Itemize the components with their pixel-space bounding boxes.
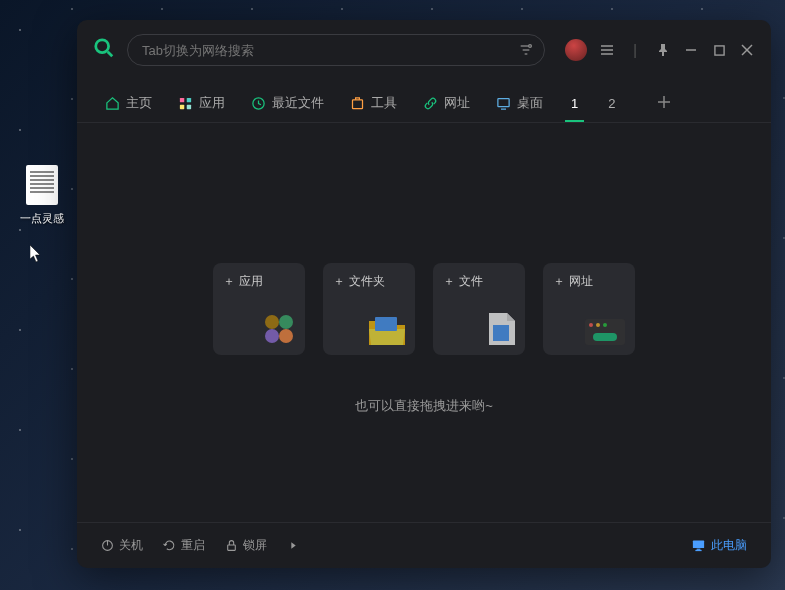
- app-logo-icon: [93, 37, 115, 63]
- svg-rect-38: [697, 549, 701, 550]
- tab-tools[interactable]: 工具: [338, 86, 409, 122]
- svg-point-5: [529, 45, 532, 48]
- svg-rect-19: [498, 98, 509, 106]
- tab-apps[interactable]: 应用: [166, 86, 237, 122]
- card-label: 文件夹: [349, 273, 385, 290]
- svg-point-23: [265, 315, 279, 329]
- minimize-button[interactable]: [683, 42, 699, 58]
- shutdown-button[interactable]: 关机: [93, 533, 151, 558]
- svg-rect-27: [375, 317, 397, 331]
- url-icon: [543, 290, 635, 355]
- drag-hint: 也可以直接拖拽进来哟~: [355, 397, 493, 415]
- tab-add-button[interactable]: [649, 87, 679, 121]
- content-area: ＋应用 ＋文件夹 ＋文件 ＋网址: [77, 123, 771, 522]
- svg-rect-14: [187, 97, 191, 101]
- svg-rect-33: [593, 333, 617, 341]
- svg-rect-28: [493, 325, 509, 341]
- plus-icon: ＋: [333, 273, 345, 290]
- this-pc-button[interactable]: 此电脑: [683, 533, 755, 558]
- desktop-file-label: 一点灵感: [18, 211, 66, 226]
- menu-icon[interactable]: [599, 42, 615, 58]
- titlebar: |: [77, 20, 771, 78]
- svg-rect-18: [353, 99, 363, 108]
- card-label: 文件: [459, 273, 483, 290]
- svg-rect-10: [714, 45, 723, 54]
- user-avatar[interactable]: [565, 39, 587, 61]
- svg-rect-29: [585, 319, 625, 345]
- plus-icon: ＋: [223, 273, 235, 290]
- add-cards: ＋应用 ＋文件夹 ＋文件 ＋网址: [213, 263, 635, 355]
- folder-icon: [323, 290, 415, 355]
- tab-desktop[interactable]: 桌面: [484, 86, 555, 122]
- mouse-cursor: [30, 245, 44, 267]
- svg-point-0: [96, 40, 109, 53]
- tab-label: 最近文件: [272, 94, 324, 112]
- search-box[interactable]: [127, 34, 545, 66]
- tab-workspace-2[interactable]: 2: [594, 88, 629, 121]
- tab-urls[interactable]: 网址: [411, 86, 482, 122]
- tab-bar: 主页 应用 最近文件 工具 网址 桌面 1 2: [77, 78, 771, 123]
- launcher-window: | 主页 应用 最近文件: [77, 20, 771, 568]
- divider: |: [627, 42, 643, 58]
- svg-rect-36: [228, 545, 236, 550]
- svg-point-26: [279, 329, 293, 343]
- svg-line-1: [108, 52, 113, 57]
- search-input[interactable]: [142, 43, 510, 58]
- card-label: 应用: [239, 273, 263, 290]
- close-button[interactable]: [739, 42, 755, 58]
- tab-label: 应用: [199, 94, 225, 112]
- svg-point-32: [603, 323, 607, 327]
- tab-home[interactable]: 主页: [93, 86, 164, 122]
- button-label: 锁屏: [243, 537, 267, 554]
- svg-point-25: [265, 329, 279, 343]
- add-url-card[interactable]: ＋网址: [543, 263, 635, 355]
- tab-recent[interactable]: 最近文件: [239, 86, 336, 122]
- tab-label: 工具: [371, 94, 397, 112]
- footer: 关机 重启 锁屏 此电脑: [77, 522, 771, 568]
- maximize-button[interactable]: [711, 42, 727, 58]
- window-controls: |: [565, 39, 755, 61]
- svg-rect-37: [693, 541, 704, 549]
- svg-point-30: [589, 323, 593, 327]
- svg-rect-16: [187, 104, 191, 108]
- svg-rect-39: [695, 550, 701, 551]
- svg-point-24: [279, 315, 293, 329]
- lock-button[interactable]: 锁屏: [217, 533, 275, 558]
- desktop-file-icon[interactable]: 一点灵感: [18, 165, 66, 226]
- text-file-icon: [26, 165, 58, 205]
- tab-label: 主页: [126, 94, 152, 112]
- expand-button[interactable]: [279, 535, 308, 556]
- svg-point-31: [596, 323, 600, 327]
- button-label: 关机: [119, 537, 143, 554]
- plus-icon: ＋: [553, 273, 565, 290]
- pin-icon[interactable]: [655, 42, 671, 58]
- tab-label: 桌面: [517, 94, 543, 112]
- button-label: 此电脑: [711, 537, 747, 554]
- plus-icon: ＋: [443, 273, 455, 290]
- svg-rect-15: [180, 104, 184, 108]
- svg-rect-13: [180, 97, 184, 101]
- add-app-card[interactable]: ＋应用: [213, 263, 305, 355]
- restart-button[interactable]: 重启: [155, 533, 213, 558]
- filter-icon[interactable]: [518, 42, 534, 58]
- apps-icon: [213, 290, 305, 355]
- tab-workspace-1[interactable]: 1: [557, 88, 592, 121]
- button-label: 重启: [181, 537, 205, 554]
- card-label: 网址: [569, 273, 593, 290]
- tab-label: 网址: [444, 94, 470, 112]
- add-file-card[interactable]: ＋文件: [433, 263, 525, 355]
- add-folder-card[interactable]: ＋文件夹: [323, 263, 415, 355]
- file-icon: [433, 290, 525, 355]
